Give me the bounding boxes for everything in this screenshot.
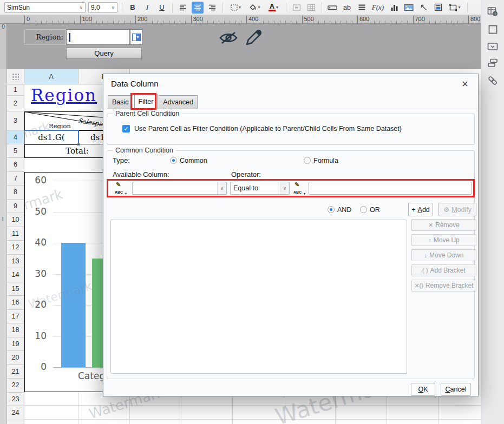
align-right-button[interactable] [206, 2, 218, 14]
row-header-5[interactable]: 5 [7, 144, 24, 158]
radio-and[interactable]: AND [328, 206, 351, 214]
column-type-icon[interactable]: ✎ABC▾ [115, 183, 128, 194]
radio-common[interactable]: Common [170, 156, 207, 164]
ruler-tick: 600 [357, 16, 369, 23]
column-header-a[interactable]: A [24, 69, 78, 84]
row-header-7[interactable]: 7 [7, 172, 24, 186]
add-button[interactable]: +Add [408, 203, 433, 216]
row-header-4[interactable]: 4 [7, 130, 24, 144]
border-panel-icon[interactable] [488, 24, 498, 35]
insert-widget-button[interactable] [326, 2, 338, 14]
select-all-corner[interactable] [7, 69, 24, 84]
row-header-2[interactable]: 2 [7, 96, 24, 111]
report-designer: SimSun ∨ 9.0 ∨ B I U ▾ ▾ A▾ ab F(x) ▾ [0, 0, 504, 424]
edit-parameter-pane-icon[interactable] [244, 28, 264, 50]
row-header-8[interactable]: 8 [7, 186, 24, 200]
row-header-24[interactable]: 24 [7, 406, 24, 420]
split-cells-button[interactable] [305, 2, 317, 14]
row-header-10[interactable]: 10 [7, 213, 24, 227]
background-color-button[interactable]: ▾ [246, 2, 263, 14]
row-header-11[interactable]: 11 [7, 227, 24, 241]
float-element-icon[interactable] [487, 58, 498, 68]
chevron-down-icon: ∨ [109, 5, 115, 10]
use-parent-cell-checkbox[interactable]: ✓ [122, 125, 130, 132]
ruler-tick: 500 [302, 16, 314, 23]
row-header-20[interactable]: 20 [7, 351, 24, 365]
chart-ytick: 30 [25, 268, 47, 279]
tab-basic[interactable]: Basic [108, 95, 133, 109]
available-column-select[interactable]: ∨ [132, 182, 227, 195]
move-up-button[interactable]: ↑Move Up [411, 234, 476, 246]
remove-button[interactable]: ✕Remove [411, 219, 476, 231]
close-icon[interactable]: ✕ [459, 78, 471, 90]
underline-button[interactable]: U [156, 2, 168, 14]
modify-button[interactable]: ⚙Modify [438, 203, 476, 216]
splitter-handle-icon[interactable]: ‖ [2, 216, 4, 222]
italic-button[interactable]: I [141, 2, 153, 14]
insert-text-button[interactable]: ab [341, 2, 353, 14]
draw-line-button[interactable] [417, 2, 429, 14]
condition-list[interactable] [110, 220, 407, 374]
insert-image-button[interactable] [403, 2, 415, 14]
row-header-16[interactable]: 16 [7, 296, 24, 310]
insert-formula-button[interactable]: F(x) [370, 2, 385, 14]
row-header-14[interactable]: 14 [7, 268, 24, 282]
add-label: Add [418, 206, 430, 214]
hyperlink-icon[interactable] [487, 75, 498, 86]
font-size-value: 9.0 [91, 4, 100, 11]
radio-or[interactable]: OR [360, 206, 380, 214]
row-header-6[interactable]: 6 [7, 158, 24, 172]
row-header-9[interactable]: 9 [7, 200, 24, 214]
remove-bracket-button[interactable]: ✕()Remove Bracket [411, 280, 476, 292]
condition-value-input[interactable] [309, 182, 472, 195]
align-left-icon [179, 3, 187, 12]
shape-button[interactable]: ▾ [447, 2, 463, 14]
row-header-13[interactable]: 13 [7, 255, 24, 269]
operator-select[interactable]: Equal to ∨ [230, 182, 290, 195]
bold-button[interactable]: B [127, 2, 139, 14]
align-center-button[interactable] [192, 2, 204, 14]
radio-formula[interactable]: Formula [304, 156, 338, 164]
merge-cells-button[interactable] [291, 2, 303, 14]
hide-parameter-pane-icon[interactable] [218, 30, 239, 48]
row-header-3[interactable]: 3 [7, 111, 24, 130]
cell-attributes-icon[interactable]: i [487, 6, 498, 17]
row-header-17[interactable]: 17 [7, 310, 24, 324]
tab-advanced[interactable]: Advanced [159, 95, 198, 109]
ok-button[interactable]: OK [411, 383, 435, 396]
row-header-25[interactable]: 25 [7, 420, 24, 424]
border-button[interactable]: ▾ [227, 2, 244, 14]
diagonal-label-bottom: Region [49, 122, 71, 130]
region-dropdown-button[interactable]: ▼ [130, 29, 142, 45]
toolbar-separator [222, 3, 223, 12]
insert-subreport-button[interactable] [432, 2, 444, 14]
add-bracket-button[interactable]: ( )Add Bracket [411, 264, 476, 276]
text-field-icon [328, 4, 337, 11]
cancel-button[interactable]: Cancel [441, 383, 471, 396]
font-family-select[interactable]: SimSun ∨ [4, 2, 86, 13]
rich-text-button[interactable] [356, 2, 368, 14]
widget-panel-icon[interactable] [487, 42, 498, 51]
value-type-icon[interactable]: ✎ABC▾ [293, 183, 306, 194]
row-header-12[interactable]: 12 [7, 241, 24, 255]
font-color-button[interactable]: A▾ [265, 2, 282, 14]
align-right-icon [208, 3, 217, 12]
align-left-button[interactable] [177, 2, 189, 14]
row-header-22[interactable]: 22 [7, 379, 24, 393]
chevron-down-icon: ▾ [276, 5, 278, 10]
operator-value: Equal to [233, 184, 258, 192]
available-column-label: Available Column: [113, 170, 169, 178]
row-header-19[interactable]: 19 [7, 337, 24, 352]
insert-chart-button[interactable] [388, 2, 400, 14]
annotation-box-filter-tab [130, 93, 156, 110]
move-down-button[interactable]: ↓Move Down [411, 249, 476, 261]
row-header-18[interactable]: 18 [7, 323, 24, 337]
row-header-21[interactable]: 21 [7, 365, 24, 379]
row-header-23[interactable]: 23 [7, 393, 24, 407]
font-size-select[interactable]: 9.0 ∨ [88, 2, 117, 13]
region-input[interactable] [66, 29, 130, 45]
row-header-1[interactable]: 1 [7, 84, 24, 96]
report-block-icon [434, 3, 442, 11]
query-button[interactable]: Query [66, 48, 142, 59]
row-header-15[interactable]: 15 [7, 282, 24, 296]
